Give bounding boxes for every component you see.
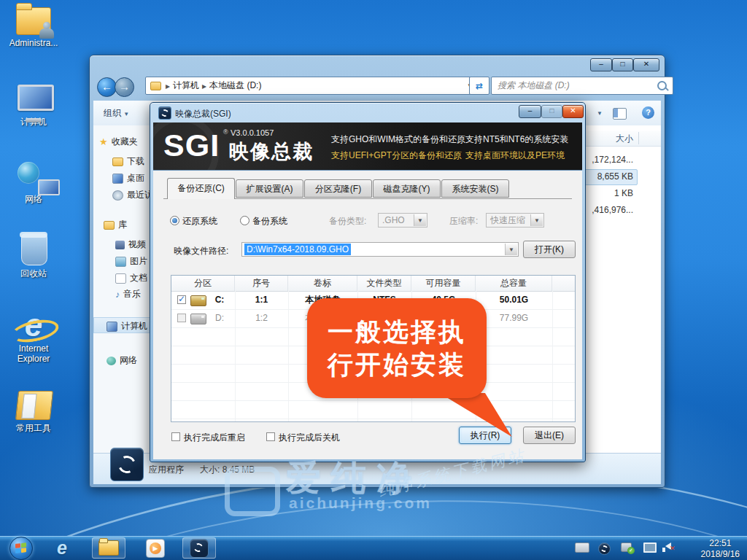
back-button[interactable]: ← <box>97 77 117 97</box>
cell-total: 50.01G <box>476 291 552 309</box>
breadcrumb-chevron: ▸ <box>166 81 170 91</box>
preview-pane-icon[interactable] <box>613 108 627 120</box>
brand-product-name: 映像总裁 <box>229 139 314 165</box>
breadcrumb-current[interactable]: 本地磁盘 (D:) <box>209 79 261 92</box>
sidebar-item-desktop[interactable]: 桌面 <box>112 172 144 184</box>
ie-icon: e <box>57 537 67 559</box>
recycle-bin-icon <box>21 233 47 265</box>
exit-button[interactable]: 退出(E) <box>523 427 576 444</box>
tray-usb-icon[interactable] <box>621 542 632 552</box>
views-dropdown-icon[interactable]: ▼ <box>597 110 603 117</box>
tab-system-install[interactable]: 系统安装(S) <box>441 179 509 198</box>
shutdown-after-label[interactable]: 执行完成后关机 <box>279 432 340 444</box>
sync-arrows-icon <box>600 545 609 553</box>
breadcrumb-root[interactable]: 计算机 <box>173 79 199 92</box>
row-d-checkbox[interactable] <box>177 314 186 322</box>
compression-select[interactable]: 快速压缩 ▼ <box>486 213 544 228</box>
desktop-icon-administrator[interactable]: Administra... <box>1 7 66 49</box>
star-icon: ★ <box>99 136 108 147</box>
explorer-maximize-button[interactable]: □ <box>612 58 633 71</box>
sidebar-label: 音乐 <box>123 288 141 300</box>
backup-type-label: 备份类型: <box>329 215 366 228</box>
taskbar-explorer-button[interactable] <box>92 537 125 559</box>
admin-person-icon <box>39 28 54 39</box>
network-icon <box>107 357 116 365</box>
tray-keyboard-icon[interactable] <box>575 542 589 553</box>
refresh-button[interactable]: ⇄ <box>469 77 489 95</box>
column-separator[interactable] <box>638 132 639 144</box>
desktop-icon-network[interactable]: 网络 <box>1 162 66 205</box>
col-header-index[interactable]: 序号 <box>235 276 288 291</box>
desktop-icon-label: Administra... <box>1 39 66 49</box>
media-player-icon: ▶ <box>146 539 165 558</box>
dialog-brand-header: SGI ® V3.0.0.1057 映像总裁 支持GHO和WIM格式的备份和还原… <box>153 122 582 170</box>
taskbar-media-player-button[interactable]: ▶ <box>139 537 172 559</box>
desktop-icon-internet-explorer[interactable]: e Internet Explorer <box>1 309 66 365</box>
sidebar-item-libraries[interactable]: 库 <box>104 219 127 231</box>
backup-type-select[interactable]: .GHO ▼ <box>378 213 427 228</box>
compression-value: 快速压缩 <box>490 214 525 227</box>
reboot-after-label[interactable]: 执行完成后重启 <box>184 432 245 444</box>
taskbar-ie-button[interactable]: e <box>45 537 79 559</box>
sync-arrows-icon <box>116 454 139 476</box>
size-column-header[interactable]: 大小 <box>616 133 633 145</box>
shutdown-after-checkbox[interactable] <box>266 432 275 441</box>
sidebar-item-videos[interactable]: 视频 <box>115 238 146 251</box>
desktop-icon <box>112 174 123 184</box>
search-input[interactable]: 搜索 本地磁盘 (D:) <box>491 77 673 95</box>
col-header-partition[interactable]: 分区 <box>171 276 235 291</box>
open-button[interactable]: 打开(K) <box>523 241 576 258</box>
sidebar-item-documents[interactable]: 文档 <box>115 272 147 284</box>
tray-volume-muted-icon[interactable] <box>665 542 671 550</box>
dialog-close-button[interactable]: ✕ <box>562 105 584 118</box>
desktop-icon-label: 网络 <box>1 195 66 205</box>
desktop-icon-tools[interactable]: 常用工具 <box>1 391 66 434</box>
explorer-close-button[interactable]: ✕ <box>633 58 659 71</box>
chevron-down-icon: ▼ <box>505 244 517 255</box>
sidebar-label: 计算机 <box>121 320 147 332</box>
dialog-minimize-button[interactable]: – <box>519 105 541 118</box>
image-path-combobox[interactable]: D:\Win7x64-2018.09.GHO ▼ <box>241 242 519 257</box>
cell-index: 1:2 <box>235 309 288 327</box>
desktop-icon-recycle-bin[interactable]: 回收站 <box>1 233 66 279</box>
sidebar-item-network[interactable]: 网络 <box>107 354 137 367</box>
backup-system-label[interactable]: 备份系统 <box>252 215 287 228</box>
sidebar-item-computer[interactable]: 计算机 <box>107 320 147 332</box>
tray-sgi-icon[interactable] <box>598 542 611 555</box>
callout-bubble: 一般选择执 行开始安装 <box>307 298 487 398</box>
tray-network-icon[interactable] <box>643 542 657 553</box>
sidebar-item-pictures[interactable]: 图片 <box>115 255 147 268</box>
tab-disk-clone[interactable]: 磁盘克隆(Y) <box>373 179 441 198</box>
address-bar[interactable]: ▸ 计算机 ▸ 本地磁盘 (D:) ▼ <box>145 77 478 95</box>
col-header-total[interactable]: 总容量 <box>476 276 552 291</box>
registered-mark: ® <box>223 128 228 136</box>
sidebar-item-downloads[interactable]: 下载 <box>112 155 144 168</box>
sidebar-item-favorites[interactable]: ★收藏夹 <box>99 136 138 148</box>
desktop-icon-computer[interactable]: 计算机 <box>1 85 66 128</box>
feature-text: 支持GHO和WIM格式的备份和还原 <box>331 133 465 146</box>
tab-backup-restore[interactable]: 备份还原(C) <box>167 178 235 199</box>
reboot-after-checkbox[interactable] <box>171 432 180 441</box>
search-icon[interactable] <box>657 81 667 90</box>
help-icon[interactable]: ? <box>642 106 654 119</box>
file-size-value: ,416,976... <box>592 205 633 215</box>
start-button[interactable] <box>4 537 38 559</box>
clock-date: 2018/9/16 <box>701 549 740 560</box>
tab-extended-settings[interactable]: 扩展设置(A) <box>236 179 303 198</box>
downloads-icon <box>112 158 123 166</box>
taskbar-sgi-button[interactable] <box>182 537 216 559</box>
restore-system-label[interactable]: 还原系统 <box>182 215 217 228</box>
folder-icon <box>98 540 119 556</box>
tab-partition-clone[interactable]: 分区克隆(F) <box>304 179 372 198</box>
taskbar-clock[interactable]: 22:51 2018/9/16 <box>701 538 740 560</box>
col-header-volume[interactable]: 卷标 <box>288 276 357 291</box>
forward-button[interactable]: → <box>115 77 134 97</box>
row-c-checkbox[interactable] <box>177 295 186 304</box>
col-header-free[interactable]: 可用容量 <box>411 276 476 291</box>
sidebar-item-music[interactable]: ♪音乐 <box>115 288 141 300</box>
backup-system-radio[interactable] <box>240 216 249 225</box>
col-header-filesystem[interactable]: 文件类型 <box>357 276 411 291</box>
organize-button[interactable]: 组织 ▼ <box>104 107 129 120</box>
restore-system-radio[interactable] <box>170 216 179 225</box>
explorer-minimize-button[interactable]: – <box>590 58 612 71</box>
